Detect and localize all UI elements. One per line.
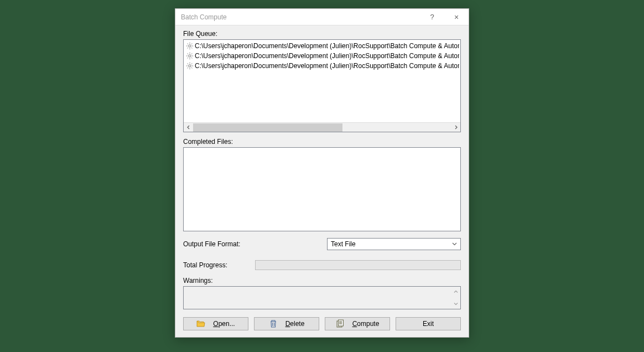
warnings-textbox[interactable] [183, 286, 461, 309]
gear-icon [186, 52, 194, 60]
scroll-down-icon[interactable] [451, 300, 460, 308]
file-path: C:\Users\jchaperon\Documents\Development… [195, 42, 459, 50]
svg-point-0 [189, 45, 191, 47]
scroll-track[interactable] [193, 123, 451, 132]
window-title: Batch Compute [181, 13, 420, 21]
open-label: Open... [213, 320, 235, 328]
chevron-down-icon [452, 241, 457, 247]
close-button[interactable]: × [444, 9, 469, 25]
svg-point-2 [189, 65, 191, 67]
compute-button[interactable]: Compute [325, 317, 390, 330]
warnings-content [184, 287, 451, 309]
output-format-select[interactable]: Text File [327, 238, 461, 250]
output-format-label: Output File Format: [183, 240, 327, 248]
folder-icon [196, 319, 205, 328]
scroll-right-icon[interactable] [451, 123, 460, 132]
scroll-thumb[interactable] [193, 123, 342, 132]
delete-label: Delete [285, 320, 305, 328]
progress-bar [255, 260, 461, 270]
button-row: Open... Delete Compute Exit [183, 317, 461, 330]
exit-button[interactable]: Exit [396, 317, 461, 330]
scroll-left-icon[interactable] [184, 123, 193, 132]
completed-files-label: Completed Files: [183, 138, 461, 146]
batch-compute-dialog: Batch Compute ? × File Queue: C:\Users\j… [175, 8, 469, 338]
compute-icon [336, 319, 345, 328]
file-queue-listbox[interactable]: C:\Users\jchaperon\Documents\Development… [183, 39, 461, 132]
delete-button[interactable]: Delete [254, 317, 319, 330]
file-path: C:\Users\jchaperon\Documents\Development… [195, 52, 459, 60]
dialog-content: File Queue: C:\Users\jchaperon\Documents… [175, 25, 469, 337]
warnings-label: Warnings: [183, 277, 461, 284]
compute-label: Compute [352, 320, 380, 328]
trash-icon [269, 319, 278, 328]
output-format-value: Text File [331, 240, 452, 248]
list-item[interactable]: C:\Users\jchaperon\Documents\Development… [185, 51, 459, 61]
completed-files-listbox[interactable] [183, 147, 461, 231]
gear-icon [186, 42, 194, 50]
svg-point-1 [189, 55, 191, 57]
horizontal-scrollbar[interactable] [184, 122, 460, 132]
gear-icon [186, 62, 194, 70]
scroll-up-icon[interactable] [451, 288, 460, 296]
list-item[interactable]: C:\Users\jchaperon\Documents\Development… [185, 41, 459, 51]
list-item[interactable]: C:\Users\jchaperon\Documents\Development… [185, 61, 459, 71]
file-path: C:\Users\jchaperon\Documents\Development… [195, 62, 459, 70]
total-progress-label: Total Progress: [183, 261, 255, 269]
file-queue-label: File Queue: [183, 30, 461, 38]
file-queue-items: C:\Users\jchaperon\Documents\Development… [184, 40, 460, 122]
titlebar: Batch Compute ? × [175, 9, 469, 25]
vertical-scrollbar[interactable] [451, 287, 460, 309]
exit-label: Exit [423, 320, 434, 328]
open-button[interactable]: Open... [183, 317, 248, 330]
help-button[interactable]: ? [420, 9, 444, 25]
